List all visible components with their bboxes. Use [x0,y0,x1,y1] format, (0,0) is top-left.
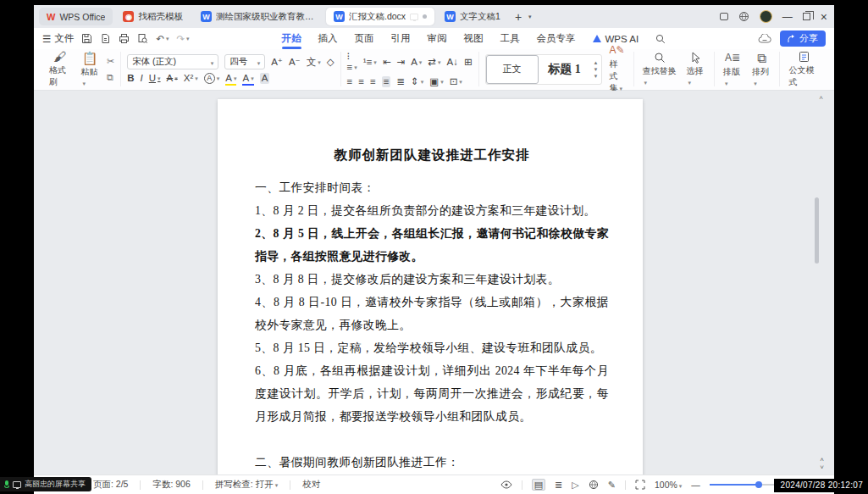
tab-list-dropdown-icon[interactable]: ▾ [528,14,532,20]
official-mode-button[interactable]: 公文模式 [786,51,821,88]
close-button[interactable]: × [821,10,827,24]
underline-icon[interactable]: U [149,73,161,84]
vertical-scrollbar[interactable] [813,96,821,446]
cjk-layout-icon[interactable]: ⇄ [428,57,440,68]
paragraph[interactable]: 1、模块化教学培训 [255,474,609,475]
minimize-button[interactable]: — [782,11,793,23]
previous-page-icon[interactable]: ˄ [820,457,824,463]
scrollbar-thumb[interactable] [815,197,819,264]
user-avatar[interactable] [760,10,772,23]
find-replace-button[interactable]: 查找替换 [640,52,679,86]
tab-huibao-docx[interactable]: W 汇报文稿.docx [326,8,434,25]
align-center-icon[interactable]: ≡ [358,76,364,87]
arrange-button[interactable]: ⧉ 排列 [749,52,773,87]
file-menu[interactable]: ☰ 文件 [42,32,74,45]
paragraph[interactable]: 4、8 月 8 日-10 日，邀请校外专家指导（线上或邮箱），大家根据校外专家意… [255,291,609,336]
new-tab-button[interactable]: + [511,10,526,24]
paragraph[interactable]: 二、暑假期间教师创新团队推进工作： [255,451,609,474]
proofread-button[interactable]: 校对 [302,479,320,491]
justify-icon[interactable]: ≡ [382,76,391,87]
export-pdf-icon[interactable] [100,33,111,44]
align-left-icon[interactable]: ≡ [347,76,353,87]
web-view-icon[interactable] [589,480,599,490]
tab-document-team[interactable]: W 测绘国家级职业教育教师创新团队建设 [193,8,323,25]
play-view-icon[interactable]: ▷ [572,480,578,490]
increase-indent-icon[interactable]: ⇥ [397,57,406,68]
ribbon-tab-home[interactable]: 开始 [274,28,310,49]
word-count[interactable]: 字数: 906 [152,479,190,491]
character-shading-icon[interactable]: A [260,73,270,84]
phonetic-guide-icon[interactable]: 文 [307,57,321,68]
save-icon[interactable] [81,33,92,44]
tab-docer-templates[interactable]: ◉ 找稻壳模板 [115,8,191,25]
fit-page-icon[interactable] [635,480,645,490]
ribbon-tab-insert[interactable]: 插入 [310,28,346,49]
paragraph[interactable]: 5、8 月 15 日，定稿，发给学校领导小组、建设专班和团队成员。 [255,336,609,359]
select-button[interactable]: 选择 [684,52,708,86]
text-tool-icon[interactable]: A [411,57,422,68]
distribute-icon[interactable]: ≣ [396,76,405,87]
decrease-indent-icon[interactable]: ⇤ [383,57,391,68]
align-right-icon[interactable]: ≡ [370,76,376,87]
ribbon-tab-wps-ai[interactable]: WPS AI [584,28,648,49]
font-size-select[interactable]: 四号 [224,54,265,69]
paragraph[interactable]: 2、8 月 5 日，线上开会，各组组长汇报，邀请何书记和徐校做专家指导，各组按照… [255,222,609,268]
document-title[interactable]: 教师创新团队建设推进工作安排 [255,147,609,164]
workspace-icon[interactable] [720,13,728,20]
paragraph[interactable]: 一、工作安排时间表： [255,176,609,199]
clear-format-icon[interactable]: ◇ [327,57,334,68]
document-page[interactable]: 教师创新团队建设推进工作安排 一、工作安排时间表： 1、8 月 2 日，提交各组… [218,99,643,475]
strikethrough-icon[interactable]: A [167,73,178,84]
style-set-button[interactable]: A✎ 样式集 [607,44,628,94]
format-painter-button[interactable]: 🖌 格式刷 [47,50,73,88]
zoom-level[interactable]: 100% [655,480,682,490]
paste-button[interactable]: 📋 粘贴 [78,52,102,87]
ribbon-tab-page[interactable]: 页面 [346,28,383,49]
tab-wenzi-wengao1[interactable]: W 文字文稿1 [437,8,508,25]
typeset-button[interactable]: A≣ 排版 [721,52,744,87]
ribbon-tab-view[interactable]: 视图 [456,28,492,49]
style-gallery-spinner[interactable]: ▲ ▼ ▼ [591,60,601,79]
share-button[interactable]: 分享 [780,31,826,47]
tab-wps-office[interactable]: W WPS Office [39,8,113,25]
print-preview-icon[interactable] [137,33,148,44]
italic-icon[interactable]: I [141,73,143,84]
ribbon-tab-tools[interactable]: 工具 [492,28,528,49]
paragraph[interactable]: 3、8 月 8 日，提交修改后的建设方案和三年建设计划表。 [255,268,609,291]
ink-annotate-icon[interactable]: ✎ [608,480,616,490]
superscript-icon[interactable]: X² [184,73,198,84]
increase-font-icon[interactable]: A⁺ [271,57,283,68]
paragraph[interactable]: 6、8 月底，各组再根据建设计划，详细列出 2024 年下半年每个月度建设计划。… [255,359,609,428]
style-normal[interactable]: 正文 [486,55,539,84]
borders-icon[interactable]: ⊡ [450,76,462,87]
numbered-list-icon[interactable]: ¹≡ [363,57,377,68]
restore-button[interactable] [803,13,810,20]
decrease-font-icon[interactable]: A⁻ [289,57,301,68]
bold-icon[interactable]: B [127,73,134,84]
font-color-icon[interactable]: A [242,73,253,84]
page-view-icon[interactable]: ▤ [532,479,545,491]
bullet-list-icon[interactable]: ⁝≡ [347,51,357,73]
next-page-icon[interactable]: ˅ [820,464,824,471]
ribbon-tab-review[interactable]: 审阅 [419,28,456,49]
style-heading-1[interactable]: 标题 1 [539,55,591,84]
search-button[interactable] [647,28,674,49]
globe-settings-icon[interactable] [738,11,749,22]
highlight-color-icon[interactable]: A [225,73,236,84]
undo-icon[interactable]: ↶ [156,33,169,45]
page-indicator[interactable]: 页面: 2/5 [93,479,128,491]
ribbon-tab-references[interactable]: 引用 [383,28,419,49]
spellcheck-toggle[interactable]: 拼写检查: 打开 [215,479,278,491]
shading-icon[interactable]: ▣ [429,76,443,87]
zoom-out-icon[interactable]: — [691,480,700,490]
print-icon[interactable] [119,33,130,44]
eye-protect-icon[interactable] [500,480,512,489]
paragraph-marks-icon[interactable]: ⊞ [464,57,473,68]
redo-icon[interactable]: ↷ [176,33,189,45]
ribbon-tab-member[interactable]: 会员专享 [528,28,584,49]
line-spacing-icon[interactable]: ⇕ [411,76,423,87]
font-name-select[interactable]: 宋体 (正文) [127,54,218,69]
cloud-sync-icon[interactable] [758,34,771,44]
copy-icon[interactable]: ⧉ [107,72,114,83]
paragraph[interactable]: 1、8 月 2 日，提交各组所负责部分的建设方案和三年建设计划。 [255,199,609,222]
